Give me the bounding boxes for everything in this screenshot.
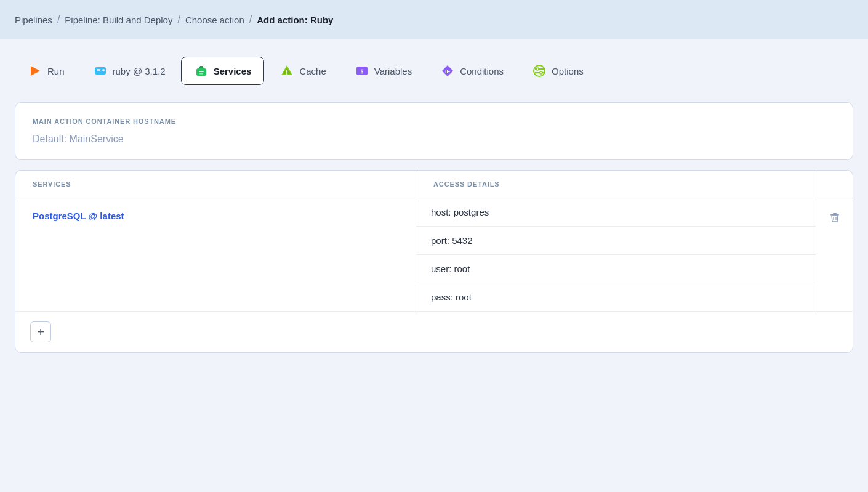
breadcrumb-pipelines[interactable]: Pipelines	[15, 15, 52, 25]
svg-rect-2	[97, 69, 100, 71]
options-icon	[532, 63, 547, 78]
tab-ruby[interactable]: ruby @ 3.1.2	[80, 57, 179, 85]
access-col-header: ACCESS DETAILS	[416, 171, 816, 198]
svg-point-16	[534, 65, 545, 76]
tab-services[interactable]: Services	[181, 57, 265, 85]
main-content: Run ruby @ 3.1.2	[0, 39, 868, 380]
access-detail-host: host: postgres	[416, 198, 816, 227]
breadcrumb-current: Add action: Ruby	[257, 15, 333, 25]
add-service-button[interactable]: +	[30, 321, 51, 342]
service-name-link[interactable]: PostgreSQL @ latest	[33, 198, 124, 311]
actions-cell	[816, 198, 853, 312]
variables-icon: $	[355, 63, 369, 78]
svg-rect-10	[286, 70, 287, 73]
tab-ruby-label: ruby @ 3.1.2	[113, 66, 166, 76]
breadcrumb-bar: Pipelines / Pipeline: Build and Deploy /…	[0, 0, 868, 39]
breadcrumb-pipeline-build[interactable]: Pipeline: Build and Deploy	[65, 15, 172, 25]
svg-rect-21	[830, 214, 839, 216]
tab-services-label: Services	[214, 66, 252, 76]
svg-rect-7	[199, 73, 203, 75]
cache-icon	[279, 63, 294, 78]
actions-col-header	[816, 171, 853, 198]
tab-run-label: Run	[47, 66, 65, 76]
breadcrumb-sep-1: /	[57, 14, 60, 25]
tab-conditions-label: Conditions	[460, 66, 504, 76]
services-icon	[194, 63, 209, 78]
svg-rect-6	[199, 71, 204, 72]
breadcrumb-sep-3: /	[249, 14, 252, 25]
hostname-value: Default: MainService	[33, 134, 835, 145]
services-table: SERVICES ACCESS DETAILS PostgreSQL @ lat…	[15, 171, 853, 312]
hostname-card: MAIN ACTION CONTAINER HOSTNAME Default: …	[15, 102, 853, 160]
svg-point-3	[102, 69, 105, 71]
access-detail-pass: pass: root	[416, 283, 816, 311]
svg-marker-0	[31, 66, 40, 76]
svg-marker-5	[199, 66, 204, 68]
access-detail-user: user: root	[416, 255, 816, 283]
tab-cache-label: Cache	[299, 66, 326, 76]
access-details-cell: host: postgres port: 5432 user: root pas…	[416, 198, 816, 312]
svg-text:IF: IF	[445, 68, 451, 75]
run-icon	[28, 63, 42, 78]
tab-conditions[interactable]: IF Conditions	[427, 57, 516, 85]
svg-text:$: $	[360, 68, 363, 75]
conditions-icon: IF	[440, 63, 455, 78]
tab-options[interactable]: Options	[519, 57, 597, 85]
hostname-label: MAIN ACTION CONTAINER HOSTNAME	[33, 118, 835, 125]
delete-service-button[interactable]	[826, 209, 844, 228]
tab-options-label: Options	[552, 66, 584, 76]
tab-cache[interactable]: Cache	[267, 57, 339, 85]
svg-point-19	[536, 68, 539, 70]
breadcrumb-choose-action[interactable]: Choose action	[185, 15, 244, 25]
tabs-container: Run ruby @ 3.1.2	[15, 57, 853, 85]
svg-rect-22	[833, 213, 837, 214]
services-card: SERVICES ACCESS DETAILS PostgreSQL @ lat…	[15, 170, 853, 353]
service-name-cell: PostgreSQL @ latest	[15, 198, 416, 312]
ruby-icon	[93, 63, 108, 78]
access-detail-port: port: 5432	[416, 227, 816, 255]
add-row: +	[15, 312, 853, 352]
svg-point-20	[540, 71, 542, 74]
tab-variables-label: Variables	[374, 66, 412, 76]
tab-variables[interactable]: $ Variables	[342, 57, 425, 85]
tab-run[interactable]: Run	[15, 57, 78, 85]
services-col-header: SERVICES	[15, 171, 416, 198]
svg-point-11	[286, 73, 287, 75]
breadcrumb-sep-2: /	[177, 14, 180, 25]
